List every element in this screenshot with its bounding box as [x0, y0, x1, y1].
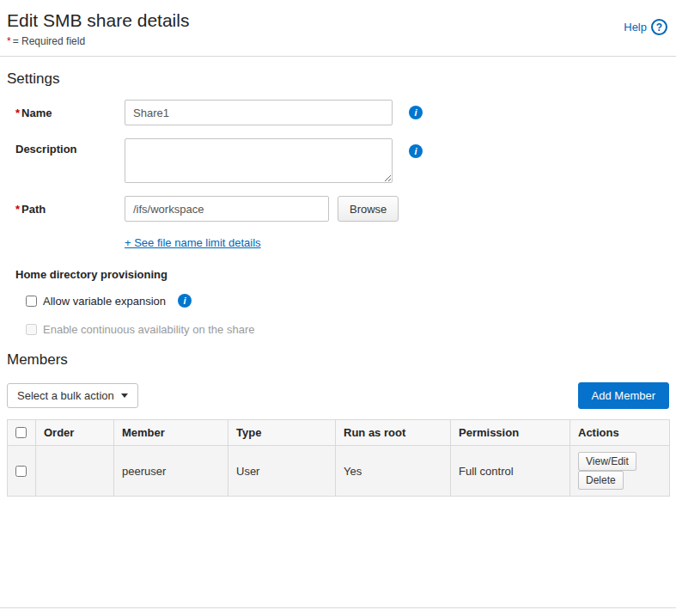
- required-asterisk: *: [15, 203, 20, 216]
- info-icon[interactable]: i: [409, 106, 423, 119]
- home-directory-heading: Home directory provisioning: [15, 268, 676, 281]
- row-select-checkbox[interactable]: [15, 466, 27, 477]
- members-toolbar: Select a bulk action Add Member: [0, 382, 676, 409]
- help-icon: ?: [651, 19, 667, 35]
- column-header-member: Member: [114, 420, 228, 446]
- column-header-type: Type: [228, 420, 336, 446]
- path-label: *Path: [15, 203, 125, 216]
- name-field-row: *Name i: [15, 100, 676, 125]
- description-input[interactable]: [125, 138, 393, 183]
- page-header: Edit SMB share details *= Required field…: [0, 0, 676, 47]
- header-divider: [0, 56, 676, 57]
- continuous-availability-checkbox: [26, 324, 37, 335]
- help-link[interactable]: Help ?: [624, 19, 667, 35]
- page-header-left: Edit SMB share details *= Required field: [7, 10, 189, 47]
- cell-type: User: [228, 446, 336, 497]
- file-name-limit-row: + See file name limit details: [125, 235, 676, 250]
- description-label: Description: [15, 143, 125, 156]
- required-field-note-text: = Required field: [13, 35, 85, 47]
- bulk-action-label: Select a bulk action: [17, 389, 114, 402]
- page-title: Edit SMB share details: [7, 10, 189, 31]
- settings-form: *Name i Description i *Path Browse + See…: [0, 100, 676, 336]
- cell-actions: View/Edit Delete: [570, 446, 670, 497]
- allow-variable-expansion-label: Allow variable expansion: [43, 295, 166, 308]
- view-edit-button[interactable]: View/Edit: [578, 452, 636, 471]
- column-header-order: Order: [36, 420, 114, 446]
- bottom-divider: [0, 607, 676, 608]
- column-header-actions: Actions: [570, 420, 670, 446]
- row-select-cell: [8, 446, 36, 497]
- select-all-cell: [8, 420, 36, 446]
- cell-order: [36, 446, 114, 497]
- required-asterisk: *: [7, 35, 11, 47]
- settings-section-title: Settings: [7, 70, 669, 88]
- cell-member: peeruser: [114, 446, 228, 497]
- bulk-action-dropdown[interactable]: Select a bulk action: [7, 383, 138, 408]
- continuous-availability-label: Enable continuous availability on the sh…: [43, 323, 254, 336]
- table-header-row: Order Member Type Run as root Permission…: [8, 420, 670, 446]
- caret-down-icon: [121, 393, 128, 398]
- info-icon[interactable]: i: [178, 294, 192, 308]
- path-field-row: *Path Browse: [15, 196, 676, 222]
- members-section-title: Members: [7, 351, 669, 369]
- name-input[interactable]: [125, 100, 393, 125]
- required-asterisk: *: [15, 107, 20, 119]
- column-header-permission: Permission: [451, 420, 570, 446]
- required-field-note: *= Required field: [7, 35, 189, 47]
- cell-run-as-root: Yes: [336, 446, 451, 497]
- select-all-checkbox[interactable]: [15, 427, 27, 438]
- delete-button[interactable]: Delete: [578, 471, 624, 490]
- column-header-run-as-root: Run as root: [336, 420, 451, 446]
- edit-smb-share-page: Edit SMB share details *= Required field…: [0, 0, 676, 497]
- add-member-button[interactable]: Add Member: [578, 382, 669, 409]
- members-table: Order Member Type Run as root Permission…: [7, 419, 670, 497]
- file-name-limit-link[interactable]: + See file name limit details: [125, 236, 261, 249]
- allow-variable-expansion-row: Allow variable expansion i: [26, 294, 676, 308]
- path-input[interactable]: [125, 196, 329, 222]
- help-link-label: Help: [624, 21, 647, 34]
- name-label: *Name: [15, 107, 125, 119]
- continuous-availability-row: Enable continuous availability on the sh…: [26, 323, 676, 336]
- info-icon[interactable]: i: [409, 144, 423, 158]
- cell-permission: Full control: [451, 446, 570, 497]
- table-row: peeruser User Yes Full control View/Edit…: [8, 446, 670, 497]
- browse-button[interactable]: Browse: [338, 196, 399, 222]
- description-field-row: Description i: [15, 138, 676, 183]
- allow-variable-expansion-checkbox[interactable]: [26, 296, 37, 307]
